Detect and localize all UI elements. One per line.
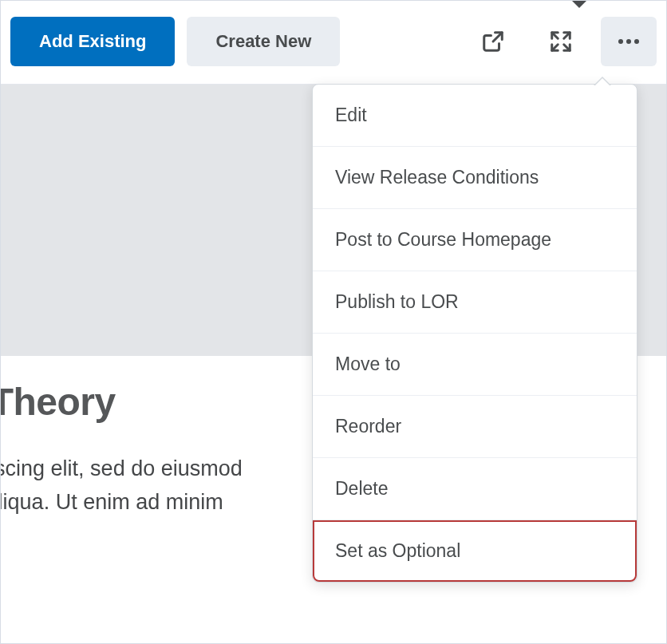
- svg-marker-0: [570, 0, 588, 8]
- more-horizontal-icon: [617, 38, 641, 45]
- svg-point-1: [618, 39, 623, 44]
- dropdown-indicator-icon: [567, 0, 591, 9]
- menu-item-view-release-conditions[interactable]: View Release Conditions: [313, 147, 637, 209]
- toolbar: Add Existing Create New: [1, 1, 666, 85]
- open-external-button[interactable]: [465, 17, 521, 66]
- menu-item-post-to-course-homepage[interactable]: Post to Course Homepage: [313, 209, 637, 271]
- menu-item-publish-to-lor[interactable]: Publish to LOR: [313, 271, 637, 334]
- svg-point-3: [634, 39, 639, 44]
- menu-item-set-as-optional[interactable]: Set as Optional: [313, 520, 637, 582]
- fullscreen-button[interactable]: [533, 17, 589, 66]
- menu-item-reorder[interactable]: Reorder: [313, 396, 637, 458]
- menu-item-edit[interactable]: Edit: [313, 85, 637, 147]
- create-new-button[interactable]: Create New: [187, 17, 340, 66]
- menu-item-move-to[interactable]: Move to: [313, 334, 637, 396]
- fullscreen-icon: [549, 30, 573, 53]
- more-actions-button[interactable]: [601, 17, 657, 66]
- menu-item-delete[interactable]: Delete: [313, 458, 637, 520]
- svg-point-2: [626, 39, 631, 44]
- add-existing-button[interactable]: Add Existing: [10, 17, 175, 66]
- more-actions-menu: Edit View Release Conditions Post to Cou…: [312, 84, 637, 583]
- open-external-icon: [481, 30, 505, 53]
